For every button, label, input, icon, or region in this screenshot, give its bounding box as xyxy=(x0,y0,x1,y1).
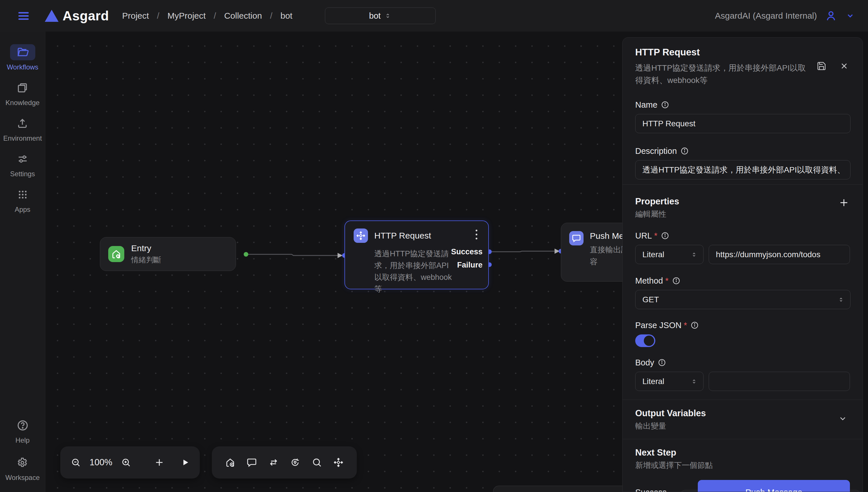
save-icon[interactable] xyxy=(817,61,826,71)
output-variables-subtitle: 輸出變量 xyxy=(635,421,850,431)
node-title: Entry xyxy=(131,243,161,253)
sidebar-item-help[interactable]: Help xyxy=(10,417,35,444)
breadcrumb-separator: / xyxy=(214,11,216,21)
node-entry[interactable]: Entry 情緒判斷 xyxy=(100,237,236,271)
search-icon[interactable] xyxy=(312,457,322,468)
topbar: Asgard Project / MyProject / Collection … xyxy=(0,0,868,31)
help-icon xyxy=(16,419,29,432)
parse-json-label: Parse JSON xyxy=(635,320,681,330)
sidebar-item-knowledge[interactable]: Knowledge xyxy=(5,80,40,107)
sidebar-item-settings[interactable]: Settings xyxy=(10,151,35,178)
select-updown-icon xyxy=(838,296,844,303)
chevron-down-icon[interactable] xyxy=(838,414,848,423)
sidebar-item-label: Workflows xyxy=(7,63,38,71)
user-icon[interactable] xyxy=(824,9,838,22)
sidebar-item-label: Environment xyxy=(3,134,42,142)
url-mode-value: Literal xyxy=(642,250,664,259)
output-label-success[interactable]: Success xyxy=(451,247,482,256)
info-icon[interactable] xyxy=(661,231,669,240)
description-input[interactable] xyxy=(635,160,850,179)
next-step-success-row: Success Push Message xyxy=(635,480,850,492)
house-plus-icon[interactable] xyxy=(225,457,235,468)
method-label: Method xyxy=(635,275,663,286)
panel-description: 透過HTTP協定發送請求，用於串接外部API以取 得資料、webhook等 xyxy=(635,62,819,87)
breadcrumb-separator: / xyxy=(270,11,272,21)
body-label: Body xyxy=(635,358,654,368)
panel-title: HTTP Request xyxy=(635,46,850,58)
name-input[interactable] xyxy=(635,114,850,133)
close-icon[interactable] xyxy=(840,61,849,71)
method-select[interactable]: GET xyxy=(635,290,850,309)
sidebar-item-workflows[interactable]: Workflows xyxy=(7,44,38,71)
swap-arrows-icon[interactable] xyxy=(268,457,279,468)
sidebar-item-apps[interactable]: Apps xyxy=(10,187,35,214)
breadcrumb-item-collection[interactable]: Collection xyxy=(224,11,262,21)
account-label: AsgardAI (Asgard Internal) xyxy=(715,11,817,21)
sidebar-item-environment[interactable]: Environment xyxy=(3,115,42,142)
sidebar-item-label: Help xyxy=(16,436,30,444)
url-label: URL xyxy=(635,230,652,241)
sidebar-item-workspace[interactable]: Workspace xyxy=(5,455,40,482)
toggle-knob xyxy=(644,336,654,346)
topbar-account[interactable]: AsgardAI (Asgard Internal) xyxy=(715,9,855,22)
body-mode-select[interactable]: Literal xyxy=(635,372,703,391)
url-mode-select[interactable]: Literal xyxy=(635,245,703,264)
description-label: Description xyxy=(635,146,677,156)
body-input[interactable] xyxy=(709,372,850,391)
info-icon[interactable] xyxy=(680,147,689,155)
output-label-failure[interactable]: Failure xyxy=(457,261,482,270)
sidebar-item-label: Knowledge xyxy=(5,99,40,107)
required-asterisk: * xyxy=(684,320,687,330)
info-icon[interactable] xyxy=(672,276,680,285)
panel-header: HTTP Request 透過HTTP協定發送請求，用於串接外部API以取 得資… xyxy=(623,38,863,184)
success-row-label: Success xyxy=(635,488,667,492)
gear-icon xyxy=(16,457,29,469)
zoom-out-icon[interactable] xyxy=(71,457,81,468)
properties-subtitle: 編輯屬性 xyxy=(635,209,850,219)
info-icon[interactable] xyxy=(690,321,699,329)
parse-json-toggle[interactable] xyxy=(635,335,655,347)
required-asterisk: * xyxy=(665,275,669,286)
kebab-icon[interactable] xyxy=(472,228,481,241)
app-screen: Asgard Project / MyProject / Collection … xyxy=(0,0,868,492)
hamburger-icon[interactable] xyxy=(18,12,29,20)
output-variables-section[interactable]: Output Variables 輸出變量 xyxy=(623,400,863,439)
method-value: GET xyxy=(642,295,659,304)
plus-icon[interactable] xyxy=(838,197,849,208)
info-icon[interactable] xyxy=(661,100,669,109)
push-message-button[interactable]: Push Message xyxy=(698,480,850,492)
refresh-bulb-icon[interactable] xyxy=(290,457,300,468)
node-config-panel: HTTP Request 透過HTTP協定發送請求，用於串接外部API以取 得資… xyxy=(622,37,863,492)
diamond-cluster-icon xyxy=(354,228,368,243)
required-asterisk: * xyxy=(654,230,657,241)
sidebar-item-label: Workspace xyxy=(5,474,40,482)
properties-section: Properties 編輯屬性 URL * Literal xyxy=(623,184,863,400)
breadcrumb-item-project[interactable]: Project xyxy=(122,11,149,21)
workflow-select-value: bot xyxy=(369,11,380,21)
diamond-cluster-icon[interactable] xyxy=(333,457,344,468)
node-tools-toolbar xyxy=(212,446,357,478)
plus-icon[interactable] xyxy=(154,457,165,468)
play-icon[interactable] xyxy=(180,457,190,468)
info-icon[interactable] xyxy=(658,358,666,367)
bottom-sheet-edge xyxy=(493,486,636,492)
chat-bubble-icon[interactable] xyxy=(246,457,257,468)
breadcrumb-item-bot[interactable]: bot xyxy=(280,11,293,21)
select-updown-icon xyxy=(691,251,697,258)
node-title: HTTP Request xyxy=(374,231,431,241)
node-http-request[interactable]: HTTP Request 透過HTTP協定發送請 求，用於串接外部API 以取得… xyxy=(344,220,489,289)
upload-icon xyxy=(16,117,28,129)
sidebar-item-label: Settings xyxy=(10,170,35,178)
zoom-in-icon[interactable] xyxy=(121,457,131,468)
url-input[interactable] xyxy=(709,245,850,264)
chevron-down-icon[interactable] xyxy=(845,10,855,21)
sidebar-item-label: Apps xyxy=(15,205,30,214)
book-icon xyxy=(16,82,28,94)
workflow-select[interactable]: bot xyxy=(325,7,436,24)
select-updown-icon xyxy=(384,12,392,20)
zoom-toolbar: 100% xyxy=(60,446,200,478)
body-mode-value: Literal xyxy=(642,377,664,386)
logo-triangle-icon xyxy=(45,10,58,22)
breadcrumb-item-myproject[interactable]: MyProject xyxy=(167,11,205,21)
grid-dots-icon xyxy=(17,189,28,200)
